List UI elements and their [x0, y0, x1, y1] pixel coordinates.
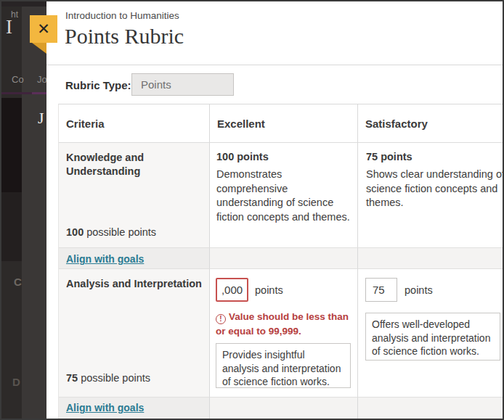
page-title: Points Rubric [65, 24, 184, 49]
close-icon: ✕ [37, 20, 50, 38]
excellent-cell-analysis: points !Value should be less than or equ… [210, 269, 358, 397]
error-icon: ! [216, 314, 226, 324]
error-text: Value should be less than or equal to 99… [216, 311, 349, 337]
excellent-description-textarea[interactable]: Provides insightful analysis and interpr… [216, 343, 351, 388]
dimmed-hero-image-lower [0, 192, 22, 261]
dimmed-page-topbar [0, 0, 46, 7]
align-row-spacer [358, 247, 504, 269]
level-points: 75 points [366, 151, 504, 162]
possible-points-label: possible points [81, 372, 150, 384]
possible-points: 75possible points [66, 372, 150, 384]
points-suffix: points [255, 284, 283, 296]
dimmed-page-heading-fragment: I [6, 16, 12, 38]
align-row-spacer [358, 397, 504, 420]
rubric-type-input [131, 73, 234, 96]
points-rubric-modal: Introduction to Humanities Points Rubric… [46, 0, 504, 420]
criteria-cell-analysis: Analysis and Interpretation 75possible p… [59, 269, 210, 397]
dimmed-hero-image [0, 98, 22, 192]
dimmed-text-fragment-c: C [14, 276, 22, 288]
criterion-title: Knowledge and Understanding [66, 151, 190, 178]
level-description: Demonstrates comprehensive understanding… [216, 168, 356, 224]
align-with-goals-link[interactable]: Align with goals [66, 253, 144, 265]
satisfactory-description-textarea[interactable]: Offers well-developed analysis and inter… [365, 313, 500, 361]
close-button-tail [32, 43, 46, 54]
rubric-type-label: Rubric Type: [65, 79, 131, 91]
dimmed-tab-content: Co [12, 74, 24, 85]
screenshot-root: ht I Co Jo J C D Introduction to Humanit… [0, 0, 504, 420]
dimmed-text-fragment-d: D [12, 376, 20, 388]
points-suffix: points [405, 284, 433, 296]
dimmed-journal-heading-fragment: J [38, 109, 44, 128]
satisfactory-cell-knowledge: 75 points Shows clear understanding of s… [358, 143, 504, 247]
satisfactory-points-input[interactable] [365, 278, 397, 302]
align-row-knowledge: Align with goals [59, 247, 210, 269]
align-row-spacer [210, 397, 358, 420]
close-button[interactable]: ✕ [30, 15, 57, 43]
possible-points-value: 100 [66, 226, 84, 238]
level-description: Shows clear understanding of science fic… [366, 168, 504, 210]
validation-error: !Value should be less than or equal to 9… [216, 310, 358, 338]
possible-points-value: 75 [66, 372, 78, 384]
criterion-title: Analysis and Interpretation [66, 278, 208, 289]
level-points: 100 points [216, 151, 269, 162]
column-header-satisfactory: Satisfactory [358, 104, 504, 143]
dimmed-active-tab-indicator [32, 92, 46, 94]
possible-points: 100possible points [66, 226, 156, 238]
align-row-spacer [210, 247, 358, 269]
align-with-goals-link[interactable]: Align with goals [66, 402, 144, 413]
rubric-table: Criteria Excellent Satisfactory Knowledg… [58, 104, 504, 420]
possible-points-label: possible points [86, 226, 156, 238]
dimmed-page-background: ht I Co Jo J C D [0, 0, 46, 420]
satisfactory-cell-analysis: points Offers well-developed analysis an… [358, 269, 504, 397]
excellent-cell-knowledge: 100 points Demonstrates comprehensive un… [210, 143, 358, 247]
course-title: Introduction to Humanities [65, 10, 179, 21]
align-row-analysis: Align with goals [59, 397, 210, 420]
column-header-excellent: Excellent [210, 104, 358, 143]
excellent-points-input[interactable] [216, 278, 248, 302]
dimmed-tab-journal: Jo [37, 74, 46, 85]
criteria-cell-knowledge: Knowledge and Understanding 100possible … [59, 143, 210, 247]
column-header-criteria: Criteria [59, 104, 210, 143]
header-divider [46, 65, 504, 65]
